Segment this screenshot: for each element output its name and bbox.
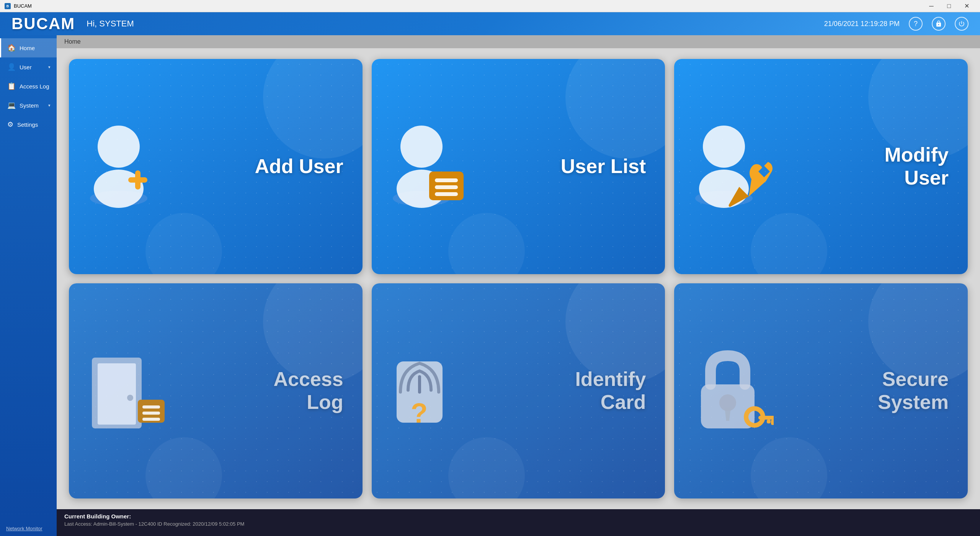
add-user-label: Add User [255, 155, 343, 178]
footer-title: Current Building Owner: [64, 513, 972, 520]
identify-card-card[interactable]: ? Identify Card [372, 283, 665, 498]
content: Home Add [57, 35, 980, 536]
close-button[interactable]: ✕ [958, 0, 975, 12]
power-icon [958, 20, 965, 27]
help-button[interactable]: ? [909, 17, 923, 31]
sidebar-item-settings[interactable]: ⚙ Settings [0, 115, 57, 134]
svg-rect-19 [142, 405, 160, 409]
user-list-svg [387, 122, 467, 210]
add-user-icon-area [84, 122, 161, 211]
greeting: Hi, SYSTEM [87, 19, 134, 29]
secure-system-card[interactable]: Secure System [674, 283, 968, 498]
svg-rect-29 [767, 420, 771, 423]
sidebar-item-system[interactable]: 💻 System ▾ [0, 96, 57, 115]
app-title: BUCAM [14, 3, 32, 9]
svg-text:?: ? [411, 398, 428, 428]
access-log-icon: 📋 [7, 82, 16, 90]
home-icon: 🏠 [7, 44, 16, 52]
app-body: 🏠 Home 👤 User ▾ 📋 Access Log 💻 System ▾ … [0, 35, 980, 536]
sidebar: 🏠 Home 👤 User ▾ 📋 Access Log 💻 System ▾ … [0, 35, 57, 536]
secure-system-label: Secure System [878, 368, 949, 414]
svg-rect-10 [435, 185, 458, 189]
access-log-svg [84, 346, 168, 434]
svg-rect-4 [135, 170, 140, 190]
svg-rect-9 [435, 178, 458, 182]
lock-icon [935, 20, 942, 27]
svg-point-13 [703, 126, 745, 168]
system-arrow: ▾ [48, 103, 51, 108]
secure-system-svg [689, 346, 774, 434]
access-log-icon-area [84, 346, 168, 436]
header: BUCAM Hi, SYSTEM 21/06/2021 12:19:28 PM … [0, 12, 980, 35]
footer: Current Building Owner: Last Access: Adm… [57, 509, 980, 536]
add-user-svg [84, 122, 161, 210]
user-list-label: User List [561, 155, 646, 178]
sidebar-item-user[interactable]: 👤 User ▾ [0, 57, 57, 77]
modify-user-card[interactable]: Modify User [674, 59, 968, 274]
user-list-card[interactable]: User List [372, 59, 665, 274]
datetime: 21/06/2021 12:19:28 PM [824, 20, 900, 28]
identify-card-icon-area: ? [387, 346, 467, 436]
network-monitor-link[interactable]: Network Monitor [0, 521, 57, 536]
modify-user-svg [689, 122, 781, 210]
footer-info: Last Access: Admin-Bill-System - 12C400 … [64, 521, 972, 527]
settings-icon: ⚙ [7, 120, 13, 129]
window-controls: ─ □ ✕ [923, 0, 975, 12]
svg-rect-16 [98, 363, 136, 425]
sidebar-access-log-label: Access Log [20, 83, 49, 90]
svg-rect-28 [771, 420, 774, 425]
header-right: 21/06/2021 12:19:28 PM ? [824, 17, 969, 31]
title-left: B BUCAM [5, 3, 32, 9]
svg-point-6 [400, 126, 443, 168]
svg-rect-20 [142, 412, 160, 415]
identify-card-svg: ? [387, 346, 467, 434]
sidebar-home-label: Home [20, 45, 35, 51]
svg-rect-21 [142, 418, 160, 421]
sidebar-system-label: System [20, 102, 39, 109]
svg-point-17 [127, 395, 133, 401]
modify-user-label: Modify User [884, 144, 949, 190]
maximize-button[interactable]: □ [940, 0, 958, 12]
titlebar: B BUCAM ─ □ ✕ [0, 0, 980, 12]
lock-button[interactable] [932, 17, 946, 31]
modify-user-icon-area [689, 122, 781, 211]
add-user-card[interactable]: Add User [69, 59, 363, 274]
breadcrumb-label: Home [64, 38, 81, 45]
svg-point-1 [98, 126, 140, 168]
system-icon: 💻 [7, 101, 16, 109]
identify-card-label: Identify Card [575, 368, 646, 414]
user-list-icon-area [387, 122, 467, 211]
logo: BUCAM [11, 15, 75, 33]
svg-rect-11 [435, 192, 458, 196]
svg-rect-27 [758, 416, 774, 420]
app-icon: B [5, 3, 11, 9]
user-arrow: ▾ [48, 65, 51, 70]
access-log-label: Access Log [274, 368, 343, 414]
sidebar-item-home[interactable]: 🏠 Home [0, 38, 57, 57]
power-button[interactable] [955, 17, 969, 31]
secure-system-icon-area [689, 346, 774, 436]
sidebar-settings-label: Settings [17, 121, 38, 128]
user-icon: 👤 [7, 63, 16, 71]
breadcrumb: Home [57, 35, 980, 48]
access-log-card[interactable]: Access Log [69, 283, 363, 498]
dashboard: Add User User Lis [57, 48, 980, 509]
sidebar-user-label: User [20, 64, 32, 70]
svg-point-14 [699, 170, 749, 208]
minimize-button[interactable]: ─ [923, 0, 940, 12]
sidebar-item-access-log[interactable]: 📋 Access Log [0, 77, 57, 96]
